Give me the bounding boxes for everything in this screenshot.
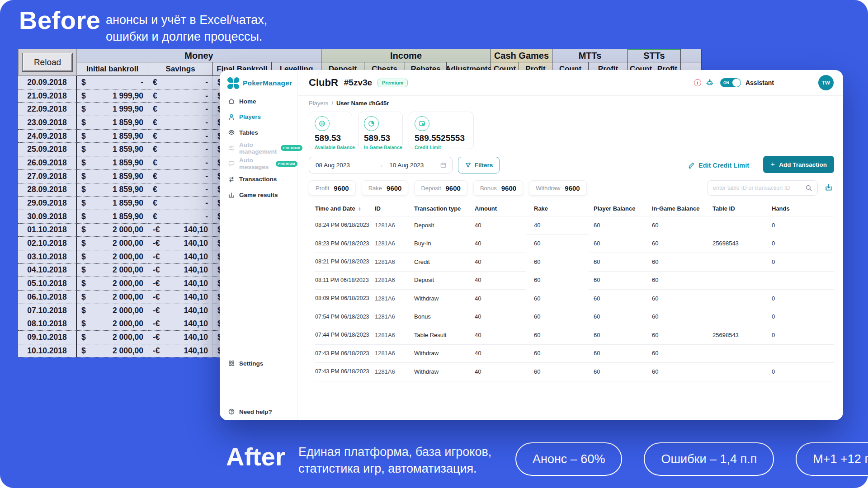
excel-savings-cell-value: -: [205, 212, 208, 221]
breadcrumb-section[interactable]: Players: [309, 100, 328, 107]
settings-icon: [228, 360, 235, 367]
excel-initial-bankroll-cell: $1 859,90: [77, 210, 148, 224]
excel-savings-cell-value: -: [205, 104, 208, 114]
table-cell: 60: [594, 350, 652, 357]
export-download-icon[interactable]: [824, 183, 833, 192]
table-cell: 07:44 PM 06/18/2023: [315, 332, 375, 338]
table-cell: 0: [772, 332, 834, 338]
sidebar-item-settings[interactable]: Settings: [220, 356, 297, 371]
column-header-label: Transaction type: [414, 205, 461, 212]
chip-label: Deposit: [421, 185, 441, 192]
user-avatar[interactable]: TW: [818, 75, 834, 90]
alert-info-icon[interactable]: i: [694, 79, 701, 86]
chip-value: 9600: [501, 184, 516, 192]
sidebar-item-auto-management[interactable]: Auto managementPREMIUM: [220, 141, 297, 156]
excel-savings-cell-value: -: [205, 145, 208, 154]
table-cell: 1281A6: [375, 240, 414, 247]
excel-savings-cell-currency: €: [153, 145, 157, 154]
excel-savings-cell-value: 140,10: [184, 239, 208, 248]
excel-savings-cell: -€140,10: [148, 317, 213, 331]
excel-initial-bankroll-cell: $1 999,90: [77, 103, 148, 116]
chip-value: 9600: [565, 184, 580, 192]
excel-initial-bankroll-cell: $2 000,00: [77, 264, 148, 277]
sidebar-item-game-results[interactable]: Game results: [220, 187, 297, 203]
excel-initial-bankroll-cell-currency: $: [81, 319, 86, 328]
sidebar-item-home[interactable]: Home: [220, 94, 297, 109]
sidebar-item-label: Settings: [239, 360, 263, 367]
window-topbar: ClubR #5zv3e Premium i ON Assistant TW: [298, 70, 843, 96]
table-cell: 40: [475, 313, 534, 320]
excel-savings-cell-currency: €: [153, 91, 157, 101]
excel-savings-cell: €-: [148, 210, 213, 224]
table-cell: 1281A6: [375, 295, 414, 302]
sidebar-item-transactions[interactable]: Transactions: [220, 172, 297, 188]
excel-initial-bankroll-cell-value: 2 000,00: [113, 306, 143, 315]
chip-value: 9600: [446, 184, 461, 192]
table-cell: 1281A6: [375, 222, 414, 229]
table-cell: 60: [652, 277, 712, 283]
excel-initial-bankroll-cell-currency: $: [81, 225, 86, 235]
assistant-toggle[interactable]: ON: [720, 78, 741, 87]
excel-initial-bankroll-cell-currency: $: [81, 198, 86, 208]
excel-savings-cell-currency: €: [153, 158, 157, 168]
excel-date-cell: 04.10.2018: [18, 264, 77, 277]
excel-initial-bankroll-cell-currency: $: [81, 172, 86, 181]
sidebar-item-tables[interactable]: Tables: [220, 125, 297, 141]
sidebar-item-need-help-[interactable]: Need help?: [220, 404, 297, 420]
table-row: 08:23 PM 06/18/20231281A6Buy-In406060602…: [315, 235, 834, 253]
excel-initial-bankroll-cell: $1 859,90: [77, 183, 148, 197]
table-cell: 25698543: [712, 240, 772, 247]
date-to: 10 Aug 2023: [389, 162, 424, 169]
reload-button[interactable]: Reload: [23, 53, 72, 71]
excel-savings-cell: -€140,10: [148, 277, 213, 291]
search-icon[interactable]: [800, 184, 817, 192]
excel-savings-cell-currency: -€: [153, 279, 160, 288]
premium-mini-badge: PREMIUM: [281, 145, 302, 151]
excel-initial-bankroll-cell-value: 1 859,90: [113, 212, 143, 221]
excel-initial-bankroll-cell: $1 999,90: [77, 89, 148, 103]
filters-button[interactable]: Filters: [458, 157, 500, 174]
excel-initial-bankroll-cell-currency: $: [81, 158, 86, 168]
excel-initial-bankroll-cell-currency: $: [81, 239, 86, 248]
table-cell: 60: [534, 350, 594, 357]
excel-savings-cell-currency: -€: [153, 252, 160, 262]
edit-credit-limit-link[interactable]: Edit Credit Limit: [688, 162, 749, 169]
add-transaction-button[interactable]: + Add Transaction: [763, 156, 834, 173]
excel-savings-cell-currency: €: [153, 131, 157, 141]
excel-initial-bankroll-cell-value: 1 859,90: [113, 118, 143, 127]
sidebar-item-label: Game results: [239, 192, 278, 198]
table-cell: 1281A6: [375, 258, 414, 265]
after-pill: Ошибки – 1,4 п.п: [644, 442, 774, 476]
excel-initial-bankroll-cell: $1 859,90: [77, 170, 148, 183]
table-cell: 0: [772, 258, 834, 265]
toggle-knob: [732, 79, 741, 87]
excel-savings-cell: €-: [148, 183, 213, 197]
excel-initial-bankroll-cell-value: 1 999,90: [113, 104, 143, 114]
excel-initial-bankroll-cell: $2 000,00: [77, 224, 148, 237]
sidebar-item-auto-messages[interactable]: Auto messagesPREMIUM: [220, 156, 297, 172]
chip-value: 9600: [334, 184, 349, 192]
table-cell: 60: [652, 313, 712, 320]
search-input[interactable]: [708, 181, 800, 195]
column-header-label: Player Balance: [594, 205, 636, 212]
column-header-label: In-Game Balance: [652, 205, 700, 212]
sort-icon[interactable]: ▲▼: [358, 206, 361, 211]
sidebar-item-players[interactable]: Players: [220, 109, 297, 125]
date-range-input[interactable]: 08 Aug 2023 → 10 Aug 2023: [309, 157, 453, 174]
excel-savings-cell: -€140,10: [148, 291, 213, 304]
excel-savings-cell-currency: -€: [153, 292, 160, 302]
excel-savings-cell-currency: €: [153, 104, 157, 114]
excel-savings-cell-value: 140,10: [184, 333, 208, 342]
toggle-on-label: ON: [723, 80, 729, 85]
excel-initial-bankroll-cell-value: 2 000,00: [113, 225, 143, 235]
row-divider: [589, 289, 834, 290]
column-header-transaction-type: Transaction type: [414, 205, 475, 212]
column-header-label: Amount: [475, 205, 497, 212]
sidebar-nav: HomePlayersTablesAuto managementPREMIUMA…: [220, 94, 297, 203]
sidebar-item-label: Home: [239, 98, 256, 105]
row-divider: [589, 253, 834, 253]
table-cell: 60: [594, 240, 652, 247]
column-header-label: Rake: [534, 205, 548, 212]
assistant-robot-icon[interactable]: [706, 79, 714, 87]
table-row: 08:09 PM 06/18/20231281A6Withdraw4060606…: [315, 289, 834, 308]
